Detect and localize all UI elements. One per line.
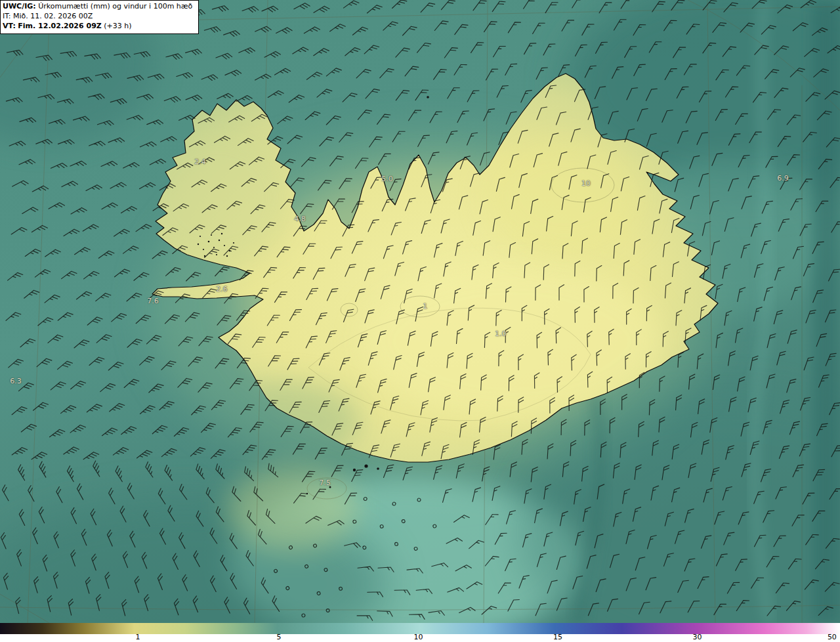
colorbar-labels: 1510153050	[0, 634, 840, 642]
valid-offset: (+33 h)	[104, 22, 131, 30]
product-title: Úrkomumætti (mm) og vindur i 100m hæð	[38, 2, 192, 11]
colorbar: 1510153050	[0, 623, 840, 642]
colorbar-tick: 30	[692, 633, 702, 641]
init-label: IT:	[3, 12, 10, 20]
valid-time: Fim. 12.02.2026 09Z	[18, 22, 101, 30]
colorbar-tick: 50	[828, 633, 837, 641]
colorbar-tick: 10	[413, 633, 423, 641]
colorbar-tick: 15	[553, 633, 562, 641]
init-time-line: IT: Mið. 11. 02. 2026 00Z	[3, 12, 192, 22]
valid-label: VT:	[3, 22, 16, 30]
weather-map-page: 2.45.04.8106.92.67.611.06.37.5 UWC/IG: Ú…	[0, 0, 840, 642]
product-label: UWC/IG:	[3, 2, 36, 11]
map-area: 2.45.04.8106.92.67.611.06.37.5	[0, 0, 840, 623]
map-canvas	[0, 0, 840, 623]
colorbar-tick: 1	[135, 633, 140, 641]
product-line: UWC/IG: Úrkomumætti (mm) og vindur i 100…	[3, 2, 192, 12]
init-time: Mið. 11. 02. 2026 00Z	[13, 12, 93, 20]
valid-time-line: VT: Fim. 12.02.2026 09Z (+33 h)	[3, 22, 192, 32]
colorbar-tick: 5	[276, 633, 281, 641]
title-box: UWC/IG: Úrkomumætti (mm) og vindur i 100…	[0, 0, 199, 34]
